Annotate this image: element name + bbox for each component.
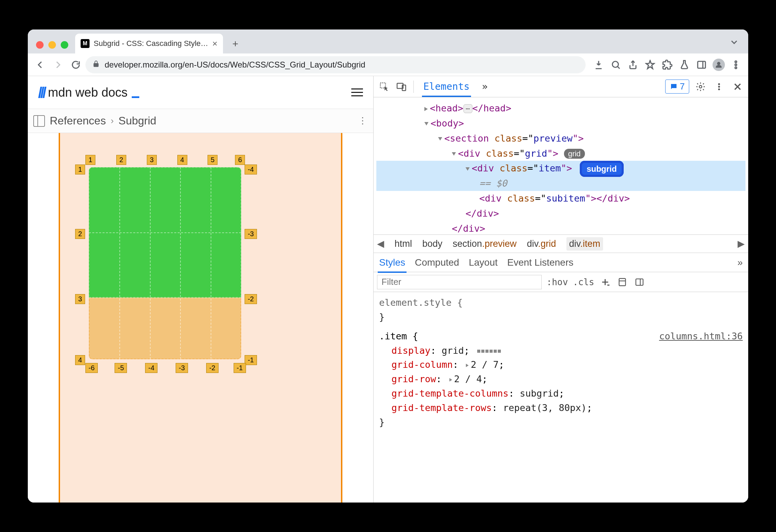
back-button[interactable]	[32, 57, 48, 73]
grid-line-label: -3	[245, 229, 257, 239]
breadcrumb-root[interactable]: References	[50, 114, 106, 127]
expand-icon[interactable]	[466, 364, 469, 367]
new-style-rule-icon[interactable]	[599, 276, 611, 288]
grid-line-label: 1	[75, 165, 85, 174]
toolbar-actions	[587, 57, 744, 73]
devtools-panel: Elements » 7 <head>⋯</head> <body> <sect…	[374, 76, 748, 503]
svg-point-0	[612, 61, 619, 68]
grid-line-label: -1	[234, 363, 246, 373]
styles-pane[interactable]: element.style { } .item { columns.html:3…	[374, 292, 748, 433]
subgrid-badge[interactable]: subgrid	[580, 161, 624, 177]
tab-layout[interactable]: Layout	[469, 257, 497, 268]
svg-point-4	[735, 67, 737, 69]
mdn-logo[interactable]: /// mdn web docs	[38, 84, 139, 101]
grid-line-label: -3	[176, 363, 188, 373]
toggle-sidebar-icon[interactable]	[633, 276, 646, 288]
settings-icon[interactable]	[693, 80, 708, 94]
crumb-item-selected[interactable]: div.item	[566, 237, 603, 251]
forward-button[interactable]	[50, 57, 66, 73]
dom-node-selected[interactable]: <div class="item"> subgrid	[376, 161, 745, 176]
device-toggle-icon[interactable]	[394, 80, 409, 94]
dom-node[interactable]: <head>	[430, 103, 463, 113]
devtools-close-icon[interactable]	[730, 80, 745, 94]
share-icon[interactable]	[625, 57, 641, 73]
svg-point-11	[718, 88, 720, 90]
close-window-button[interactable]	[36, 41, 44, 49]
crumbs-scroll-right[interactable]: ▶	[738, 238, 745, 249]
maximize-window-button[interactable]	[61, 41, 68, 49]
crumb-item[interactable]: html	[395, 239, 412, 249]
style-source-link[interactable]: columns.html:36	[659, 329, 743, 343]
tab-styles[interactable]: Styles	[379, 257, 405, 268]
crumbs-scroll-left[interactable]: ◀	[377, 238, 384, 249]
crumb-item[interactable]: section.preview	[453, 239, 517, 249]
style-brace: }	[379, 312, 385, 322]
sidebar-toggle-icon[interactable]	[33, 115, 45, 127]
zoom-icon[interactable]	[608, 57, 624, 73]
subtabs-overflow[interactable]: »	[737, 257, 743, 268]
tabs-menu-button[interactable]	[729, 37, 739, 49]
page-body: 1 2 3 4 5 6 1 2 3 4 -4 -3 -2	[28, 133, 373, 503]
dom-node[interactable]: <body>	[431, 118, 464, 129]
grid-line-label: 3	[75, 294, 85, 304]
grid-line-label: -2	[245, 294, 257, 304]
labs-icon[interactable]	[676, 57, 693, 73]
svg-point-10	[718, 86, 720, 87]
crumb-item[interactable]: body	[422, 239, 443, 249]
breadcrumb-more-button[interactable]: ⋮	[358, 116, 368, 126]
panels-overflow-button[interactable]: »	[477, 76, 493, 97]
grid-badge[interactable]: grid	[564, 149, 585, 159]
extensions-icon[interactable]	[659, 57, 675, 73]
cursor-icon	[132, 96, 139, 98]
cls-toggle[interactable]: .cls	[573, 277, 595, 287]
styles-filter-input[interactable]	[377, 275, 542, 289]
tab-elements[interactable]: Elements	[419, 76, 474, 97]
svg-rect-12	[619, 278, 626, 286]
lock-icon	[92, 60, 100, 70]
dom-tree[interactable]: <head>⋯</head> <body> <section class="pr…	[374, 97, 748, 234]
browser-menu-button[interactable]	[728, 57, 744, 73]
grid-line-label: 5	[208, 155, 217, 165]
example-preview: 1 2 3 4 5 6 1 2 3 4 -4 -3 -2	[42, 133, 360, 503]
inspect-element-icon[interactable]	[377, 80, 391, 94]
tab-computed[interactable]: Computed	[415, 257, 459, 268]
tab-bar: M Subgrid - CSS: Cascading Style… × +	[28, 29, 748, 53]
browser-window: M Subgrid - CSS: Cascading Style… × + de…	[28, 29, 748, 503]
devtools-menu-icon[interactable]	[712, 80, 726, 94]
tab-title: Subgrid - CSS: Cascading Style…	[94, 39, 208, 48]
grid-overlay: 1 2 3 4 5 6 1 2 3 4 -4 -3 -2	[89, 167, 241, 359]
tab-close-button[interactable]: ×	[212, 38, 217, 49]
styles-tabs: Styles Computed Layout Event Listeners »	[374, 253, 748, 272]
install-icon[interactable]	[590, 57, 607, 73]
content-area: /// mdn web docs References › Subgrid ⋮	[28, 76, 748, 503]
tab-event-listeners[interactable]: Event Listeners	[507, 257, 574, 268]
grid-line-label: 3	[147, 155, 157, 165]
side-panel-icon[interactable]	[693, 57, 710, 73]
menu-button[interactable]	[351, 88, 363, 96]
url-text: developer.mozilla.org/en-US/docs/Web/CSS…	[105, 60, 365, 70]
hov-toggle[interactable]: :hov	[546, 277, 568, 287]
browser-tab[interactable]: M Subgrid - CSS: Cascading Style… ×	[75, 34, 223, 53]
grid-line-label: -1	[245, 355, 257, 365]
grid-line-label: -6	[85, 363, 98, 373]
expand-icon[interactable]	[449, 378, 452, 382]
grid-editor-icon[interactable]	[477, 350, 501, 353]
breadcrumb-current: Subgrid	[118, 114, 156, 127]
issues-count: 7	[680, 81, 685, 92]
reload-button[interactable]	[68, 57, 84, 73]
bookmark-icon[interactable]	[642, 57, 658, 73]
grid-line-label: -5	[115, 363, 127, 373]
computed-styles-icon[interactable]	[616, 276, 628, 288]
grid-line-label: -4	[145, 363, 157, 373]
issues-badge[interactable]: 7	[665, 80, 689, 94]
address-bar[interactable]: developer.mozilla.org/en-US/docs/Web/CSS…	[85, 56, 586, 73]
svg-point-9	[718, 83, 720, 85]
svg-point-2	[735, 61, 737, 62]
browser-toolbar: developer.mozilla.org/en-US/docs/Web/CSS…	[28, 53, 748, 76]
favicon-icon: M	[81, 39, 90, 48]
profile-button[interactable]	[710, 57, 727, 73]
crumb-item[interactable]: div.grid	[527, 239, 556, 249]
dom-node: </div>	[466, 208, 499, 219]
new-tab-button[interactable]: +	[229, 38, 242, 50]
minimize-window-button[interactable]	[48, 41, 56, 49]
